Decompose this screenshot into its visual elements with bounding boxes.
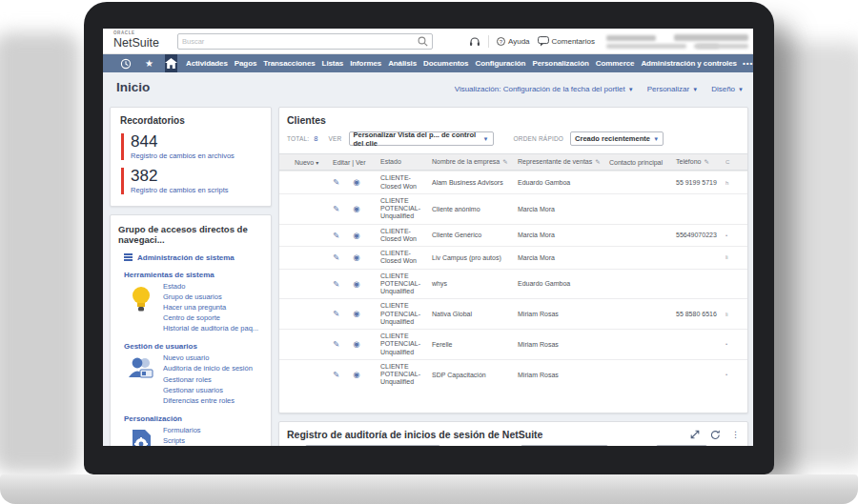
menu-icon xyxy=(124,253,133,261)
shortcut-link[interactable]: Nuevo usuario xyxy=(163,353,253,363)
shortcut-link[interactable]: Estado xyxy=(163,282,258,292)
personalize-menu[interactable]: Personalizar▼ xyxy=(647,85,698,93)
shortcut-link[interactable]: Auditoría de inicio de sesión xyxy=(163,364,253,373)
nav-item-configuracion[interactable]: Configuración xyxy=(475,59,525,68)
shortcut-group-heading[interactable]: Herramientas de sistema xyxy=(124,271,263,279)
view-settings-menu[interactable]: Visualización: Configuración de la fecha… xyxy=(455,85,634,93)
cell-representante: Eduardo Gamboa xyxy=(518,280,609,287)
client-row: ✎◉ CLIENTE POTENCIAL- Unqualified Client… xyxy=(279,193,747,224)
search-input[interactable] xyxy=(178,37,418,46)
cell-empresa: Alam Business Advisors xyxy=(432,179,518,186)
shortcut-link[interactable]: Hacer una pregunta xyxy=(163,303,258,312)
edit-icon[interactable]: ✎ xyxy=(333,232,339,240)
feedback-menu[interactable]: Comentarios xyxy=(538,36,595,47)
client-row: ✎◉ CLIENTE POTENCIAL- Unqualified Nativa… xyxy=(279,298,747,329)
cell-representante: Marcia Mora xyxy=(518,206,609,212)
reminder-link[interactable]: Registro de cambios en scripts xyxy=(131,186,261,194)
cell-clipped: • xyxy=(725,232,737,238)
edit-icon[interactable]: ✎ xyxy=(333,371,339,379)
rol-select[interactable]: - Todos -▼ xyxy=(305,445,440,447)
refresh-icon[interactable] xyxy=(710,430,721,440)
cell-clipped: • xyxy=(725,372,737,377)
edit-column-icon[interactable]: ✎ xyxy=(704,158,708,165)
shortcut-link[interactable]: Gestionar roles xyxy=(163,375,253,385)
shortcut-group-heading[interactable]: Gestión de usuarios xyxy=(124,342,263,351)
edit-icon[interactable]: ✎ xyxy=(333,178,339,187)
shortcut-link[interactable]: Formularios xyxy=(163,426,243,435)
cell-representante: Eduardo Gamboa xyxy=(518,179,609,186)
search-icon xyxy=(418,36,428,47)
edit-column-icon[interactable]: ✎ xyxy=(502,158,507,165)
chevron-down-icon: ▼ xyxy=(628,87,634,92)
col-nuevo[interactable]: Nuevo▾ xyxy=(287,159,327,166)
nav-item-transacciones[interactable]: Transacciones xyxy=(263,59,315,68)
login-audit-title: Registro de auditoría de inicios de sesi… xyxy=(287,429,542,440)
estado-select[interactable]: Cualquiera▼ xyxy=(656,445,707,447)
shortcut-link[interactable]: Centro de soporte xyxy=(163,313,258,323)
cell-estado: CLIENTE POTENCIAL- Unqualified xyxy=(380,197,432,221)
nav-item-administracion[interactable]: Administración y controles xyxy=(641,59,737,68)
shortcut-link[interactable]: Gestionar usuarios xyxy=(163,386,253,395)
view-icon[interactable]: ◉ xyxy=(353,280,359,289)
favorites-star-icon[interactable]: ★ xyxy=(145,59,153,69)
nav-item-informes[interactable]: Informes xyxy=(350,59,381,68)
document-gear-icon xyxy=(126,426,156,446)
shortcut-link[interactable]: Diferencias entre roles xyxy=(163,396,253,406)
edit-icon[interactable]: ✎ xyxy=(333,205,339,213)
navegador-input[interactable] xyxy=(521,445,608,446)
global-search[interactable] xyxy=(177,33,433,50)
edit-column-icon[interactable]: ✎ xyxy=(595,158,600,165)
edit-icon[interactable]: ✎ xyxy=(333,280,339,289)
chevron-down-icon: ▼ xyxy=(653,136,659,142)
shortcut-link[interactable]: Historial de auditoría de paq... xyxy=(163,324,258,333)
shortcut-group: Formularios Scripts Flujos de trabajo In… xyxy=(118,426,263,446)
view-icon[interactable]: ◉ xyxy=(353,310,359,318)
kebab-menu-icon[interactable]: ⋮ xyxy=(731,431,740,439)
chevron-down-icon: ▾ xyxy=(316,160,318,166)
nav-more-button[interactable]: ••• xyxy=(743,59,753,68)
dashboard-page: Inicio Visualización: Configuración de l… xyxy=(103,72,753,446)
cell-empresa: Nativa Global xyxy=(432,311,518,317)
shortcuts-root[interactable]: Administración de sistema xyxy=(124,253,263,262)
home-tab[interactable] xyxy=(165,54,177,72)
recent-records-icon[interactable] xyxy=(120,58,132,70)
edit-icon[interactable]: ✎ xyxy=(333,310,339,318)
cell-representante: Miriam Rosas xyxy=(518,311,609,317)
nav-item-actividades[interactable]: Actividades xyxy=(186,59,228,68)
quick-sort-label: ORDEN RÁPIDO xyxy=(514,135,564,142)
view-icon[interactable]: ◉ xyxy=(353,371,359,379)
edit-icon[interactable]: ✎ xyxy=(333,253,339,262)
screen: ORACLE NetSuite ? Ayuda Come xyxy=(103,29,753,446)
client-row: ✎◉ CLIENTE POTENCIAL- Unqualified whys E… xyxy=(279,269,747,299)
edit-icon[interactable]: ✎ xyxy=(333,340,339,349)
shortcut-link[interactable]: Grupo de usuarios xyxy=(163,292,258,302)
design-menu[interactable]: Diseño▼ xyxy=(711,85,744,93)
headset-icon[interactable] xyxy=(469,36,480,48)
left-column: Recordatorios 844 Registro de cambios en… xyxy=(110,107,272,446)
navigation-shortcuts-portlet: Grupo de accesos directos de navegaci...… xyxy=(110,214,272,446)
nav-item-listas[interactable]: Listas xyxy=(322,59,344,68)
nav-item-analisis[interactable]: Análisis xyxy=(388,59,417,68)
quick-sort-select[interactable]: Creado recientemente▼ xyxy=(570,131,664,146)
cell-representante: Miriam Rosas xyxy=(518,341,609,348)
cell-estado: CLIENTE POTENCIAL- Unqualified xyxy=(380,272,432,296)
netsuite-wordmark: NetSuite xyxy=(113,37,159,50)
view-icon[interactable]: ◉ xyxy=(353,205,359,213)
nav-item-pagos[interactable]: Pagos xyxy=(235,59,257,68)
feedback-label: Comentarios xyxy=(552,37,595,46)
shortcut-group-heading[interactable]: Personalización xyxy=(124,414,263,423)
view-select[interactable]: Personalizar Vista del p... de control d… xyxy=(349,131,494,146)
nav-item-personalizacion[interactable]: Personalización xyxy=(532,59,588,68)
view-icon[interactable]: ◉ xyxy=(353,340,359,349)
expand-icon[interactable] xyxy=(690,430,700,439)
cell-telefono: 55 9199 5719 xyxy=(676,179,725,186)
reminder-link[interactable]: Registro de cambios en archivos xyxy=(131,151,261,160)
help-menu[interactable]: ? Ayuda xyxy=(497,37,530,46)
shortcut-link[interactable]: Scripts xyxy=(163,436,243,446)
col-telefono: Teléfono✎ xyxy=(676,158,725,166)
nav-item-commerce[interactable]: Commerce xyxy=(596,59,635,68)
view-icon[interactable]: ◉ xyxy=(353,178,359,187)
view-icon[interactable]: ◉ xyxy=(353,253,359,262)
view-icon[interactable]: ◉ xyxy=(353,232,359,240)
nav-item-documentos[interactable]: Documentos xyxy=(423,59,468,68)
